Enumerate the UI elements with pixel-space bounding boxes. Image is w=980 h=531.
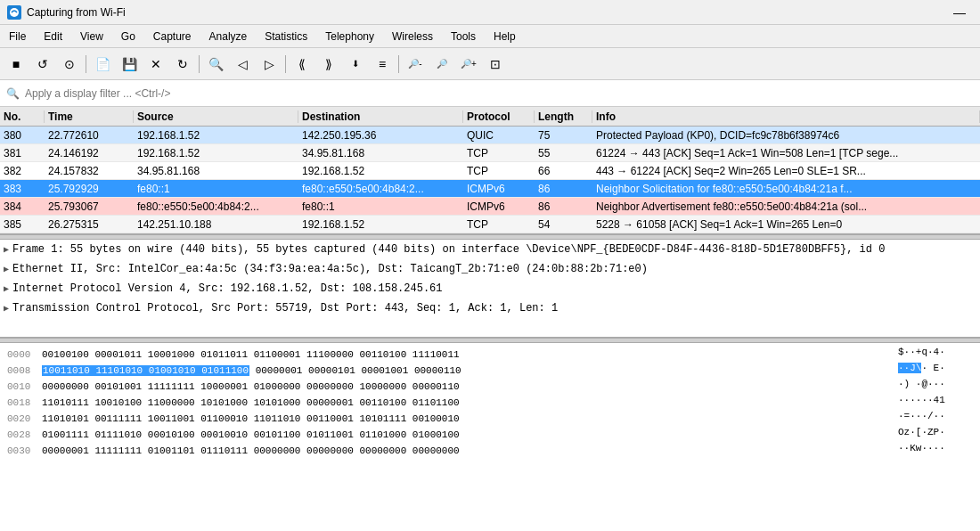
hex-ascii: ··J\· E· <box>898 363 973 379</box>
save-file-button[interactable]: 💾 <box>117 52 142 77</box>
hex-offset: 0020 <box>7 413 38 424</box>
hex-bytes: 00000001 11111111 01001101 01110111 0000… <box>42 445 884 456</box>
detail-text: Ethernet II, Src: IntelCor_ea:4a:5c (34:… <box>12 263 648 275</box>
table-cell: 25.793067 <box>45 200 134 213</box>
hex-bytes: 11010111 10010100 11000000 10101000 1010… <box>42 397 884 408</box>
table-cell: 34.95.81.168 <box>298 147 463 159</box>
table-cell: 26.275315 <box>45 218 134 231</box>
menu-item-statistics[interactable]: Statistics <box>256 27 316 46</box>
table-cell: 24.146192 <box>45 147 134 159</box>
detail-text: Frame 1: 55 bytes on wire (440 bits), 55… <box>12 243 885 256</box>
table-cell: fe80::e550:5e00:4b84:2... <box>134 200 298 213</box>
capture-options-button[interactable]: ⊙ <box>57 52 82 77</box>
packet-detail: ▶Frame 1: 55 bytes on wire (440 bits), 5… <box>0 240 980 338</box>
col-header-time: Time <box>45 110 134 123</box>
zoom-normal-button[interactable]: 🔎 <box>429 52 454 77</box>
hex-row: 003000000001 11111111 01001101 01110111 … <box>7 443 884 459</box>
hex-row: 000000100100 00001011 10001000 01011011 … <box>7 347 884 363</box>
hex-offset: 0018 <box>7 397 38 408</box>
packet-rows: 38022.772610192.168.1.52142.250.195.36QU… <box>0 127 980 233</box>
hex-ascii: ·) ·@··· <box>898 379 973 395</box>
close-file-button[interactable]: ✕ <box>143 52 168 77</box>
main-container: No. Time Source Destination Protocol Len… <box>0 107 980 531</box>
table-cell: 381 <box>0 147 45 159</box>
zoom-out-button[interactable]: 🔎- <box>403 52 428 77</box>
hex-bytes: 10011010 11101010 01001010 01011100 0000… <box>42 365 884 376</box>
expand-icon: ▶ <box>4 283 9 294</box>
toolbar-separator-2 <box>199 55 200 73</box>
table-row[interactable]: 38124.146192192.168.1.5234.95.81.168TCP5… <box>0 144 980 162</box>
table-cell: QUIC <box>463 129 535 142</box>
hex-offset: 0030 <box>7 445 38 456</box>
expand-icon: ▶ <box>4 244 9 255</box>
table-row[interactable]: 38325.792929fe80::1fe80::e550:5e00:4b84:… <box>0 180 980 198</box>
table-cell: Neighbor Advertisement fe80::e550:5e00:4… <box>592 200 980 213</box>
table-cell: 385 <box>0 218 45 231</box>
minimize-button[interactable]: — <box>946 5 973 20</box>
restart-capture-button[interactable]: ↺ <box>30 52 55 77</box>
table-row[interactable]: 38526.275315142.251.10.188192.168.1.52TC… <box>0 216 980 233</box>
detail-row[interactable]: ▶Ethernet II, Src: IntelCor_ea:4a:5c (34… <box>0 259 980 279</box>
filter-bar: 🔍 <box>0 80 980 107</box>
hex-ascii: ··Kw···· <box>898 443 973 459</box>
window-controls: — <box>946 5 973 20</box>
table-cell: 61224 → 443 [ACK] Seq=1 Ack=1 Win=508 Le… <box>592 147 980 159</box>
expand-icon: ▶ <box>4 264 9 274</box>
find-packet-button[interactable]: 🔍 <box>203 52 228 77</box>
hex-ascii: ······41 <box>898 395 973 411</box>
go-to-last-button[interactable]: ⟫ <box>316 52 341 77</box>
table-row[interactable]: 38224.15783234.95.81.168192.168.1.52TCP6… <box>0 162 980 180</box>
detail-row[interactable]: ▶Frame 1: 55 bytes on wire (440 bits), 5… <box>0 240 980 259</box>
expand-icon: ▶ <box>4 303 9 314</box>
resize-columns-button[interactable]: ⊡ <box>483 52 508 77</box>
table-cell: ICMPv6 <box>463 183 535 195</box>
hex-ascii: ·=···/·· <box>898 411 973 427</box>
titlebar-left: Capturing from Wi-Fi <box>7 5 126 20</box>
table-cell: 192.168.1.52 <box>134 147 298 159</box>
stop-capture-button[interactable]: ■ <box>4 52 29 77</box>
colorize-button[interactable]: ≡ <box>370 52 395 77</box>
table-cell: fe80::1 <box>134 183 298 195</box>
hex-offset: 0028 <box>7 429 38 440</box>
menu-item-file[interactable]: File <box>0 27 35 46</box>
table-cell: 54 <box>535 218 592 231</box>
hex-ascii: $··+q·4· <box>898 347 973 363</box>
scroll-live-button[interactable]: ⬇ <box>343 52 368 77</box>
table-cell: 382 <box>0 165 45 177</box>
open-file-button[interactable]: 📄 <box>90 52 115 77</box>
hex-offset: 0008 <box>7 365 38 376</box>
menu-item-capture[interactable]: Capture <box>144 27 200 46</box>
detail-row[interactable]: ▶Transmission Control Protocol, Src Port… <box>0 298 980 318</box>
table-cell: 380 <box>0 129 45 142</box>
menu-item-tools[interactable]: Tools <box>442 27 485 46</box>
detail-text: Transmission Control Protocol, Src Port:… <box>12 302 558 315</box>
hex-row: 002011010101 00111111 10011001 01100010 … <box>7 411 884 427</box>
table-cell: 25.792929 <box>45 183 134 195</box>
reload-button[interactable]: ↻ <box>170 52 195 77</box>
menu-item-wireless[interactable]: Wireless <box>383 27 442 46</box>
table-cell: fe80::e550:5e00:4b84:2... <box>298 183 463 195</box>
table-row[interactable]: 38022.772610192.168.1.52142.250.195.36QU… <box>0 127 980 144</box>
go-forward-button[interactable]: ▷ <box>257 52 282 77</box>
menu-item-telephony[interactable]: Telephony <box>316 27 383 46</box>
menu-item-edit[interactable]: Edit <box>35 27 71 46</box>
col-header-protocol: Protocol <box>463 110 535 123</box>
menu-item-help[interactable]: Help <box>485 27 525 46</box>
menu-item-go[interactable]: Go <box>112 27 144 46</box>
hex-row: 002801001111 01111010 00010100 00010010 … <box>7 427 884 443</box>
go-back-button[interactable]: ◁ <box>230 52 255 77</box>
go-to-first-button[interactable]: ⟪ <box>290 52 314 77</box>
table-cell: Protected Payload (KP0), DCID=fc9c78b6f3… <box>592 129 980 142</box>
menu-item-view[interactable]: View <box>71 27 112 46</box>
table-cell: 142.251.10.188 <box>134 218 298 231</box>
menu-item-analyze[interactable]: Analyze <box>200 27 257 46</box>
table-row[interactable]: 38425.793067fe80::e550:5e00:4b84:2...fe8… <box>0 198 980 216</box>
titlebar: Capturing from Wi-Fi — <box>0 0 980 25</box>
hex-row: 001000000000 00101001 11111111 10000001 … <box>7 379 884 395</box>
table-cell: TCP <box>463 218 535 231</box>
hex-ascii-panel: $··+q·4···J\· E··) ·@·········41·=···/··… <box>891 343 980 531</box>
zoom-in-button[interactable]: 🔎+ <box>456 52 481 77</box>
toolbar: ■ ↺ ⊙ 📄 💾 ✕ ↻ 🔍 ◁ ▷ ⟪ ⟫ ⬇ ≡ 🔎- 🔎 🔎+ ⊡ <box>0 48 980 80</box>
filter-input[interactable] <box>21 87 976 100</box>
detail-row[interactable]: ▶Internet Protocol Version 4, Src: 192.1… <box>0 279 980 298</box>
